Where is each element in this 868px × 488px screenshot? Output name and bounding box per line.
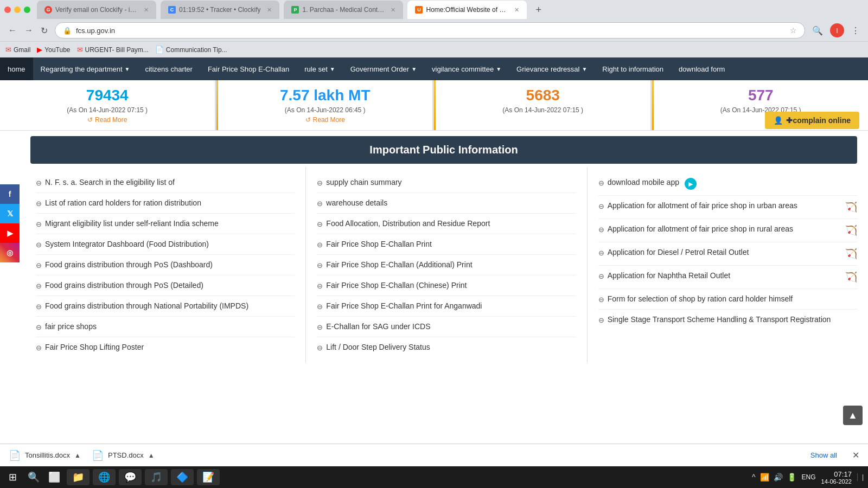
youtube-btn[interactable]: ▶: [0, 223, 20, 243]
info-item[interactable]: ⊖ supply chain summary: [317, 172, 576, 193]
extension-btn[interactable]: 🔍: [809, 24, 826, 37]
info-item[interactable]: ⊖ Food grains distribution through Natio…: [36, 296, 295, 317]
nav-download-form[interactable]: download form: [671, 57, 732, 80]
tab-parchaa[interactable]: P 1. Parchaa - Medical Content W... ✕: [284, 1, 403, 19]
clock[interactable]: 07:17 14-06-2022: [821, 470, 852, 485]
volume-icon[interactable]: 🔊: [774, 473, 783, 481]
info-item[interactable]: ⊖ Fair Price Shop E-Challan Print: [317, 234, 576, 255]
nav-echallan[interactable]: Fair Price Shop E-Challan: [200, 57, 297, 80]
bookmark-youtube[interactable]: ▶ YouTube: [37, 46, 70, 54]
close-window-btn[interactable]: [4, 7, 11, 13]
bullet-icon: ⊖: [598, 272, 604, 280]
read-more-1[interactable]: ↺ Read More: [11, 116, 204, 124]
show-all-link[interactable]: Show all: [810, 451, 837, 459]
bookmark-comm[interactable]: 📄 Communication Tip...: [155, 46, 227, 54]
info-item[interactable]: ⊖ Migrant eligibility list under self-re…: [36, 214, 295, 234]
chevron-icon[interactable]: ▲: [148, 452, 155, 459]
info-item-single-stage[interactable]: ⊖ Single Stage Transport Scheme Handling…: [598, 310, 857, 330]
taskbar-app-spotify[interactable]: 🎵: [145, 469, 168, 485]
nav-govt-order[interactable]: Government Order ▼: [343, 57, 424, 80]
complain-online-btn[interactable]: 👤 ✚complain online: [765, 112, 859, 129]
back-to-top-btn[interactable]: ▲: [843, 406, 863, 425]
new-tab-btn[interactable]: +: [531, 2, 546, 18]
info-item[interactable]: ⊖ Food grains distribution through PoS (…: [36, 255, 295, 275]
start-btn[interactable]: ⊞: [4, 469, 21, 485]
taskbar-app-chrome[interactable]: 🌐: [93, 469, 116, 485]
facebook-btn[interactable]: f: [0, 184, 20, 204]
show-desktop-btn[interactable]: |: [857, 473, 864, 481]
minimize-window-btn[interactable]: [14, 7, 21, 13]
battery-icon[interactable]: 🔋: [787, 473, 796, 481]
taskbar-app-word[interactable]: 📝: [197, 469, 220, 485]
info-item[interactable]: ⊖ Food grains distribution through PoS (…: [36, 275, 295, 296]
taskbar-app-teams[interactable]: 💬: [119, 469, 142, 485]
info-item[interactable]: ⊖ Fair Price Shop Lifting Poster: [36, 337, 295, 357]
read-more-2[interactable]: ↺ Read More: [229, 116, 422, 124]
nav-rti[interactable]: Right to information: [595, 57, 671, 80]
info-item[interactable]: ⊖ Fair Price Shop E-Challan (Chinese) Pr…: [317, 275, 576, 296]
info-item-naphtha[interactable]: ⊖ Application for Naphtha Retail Outlet …: [598, 266, 857, 289]
search-btn[interactable]: 🔍: [24, 469, 43, 485]
clock-date: 14-06-2022: [821, 478, 852, 485]
nav-citizens-charter[interactable]: citizens charter: [137, 57, 200, 80]
nav-vigilance[interactable]: vigilance committee ▼: [424, 57, 509, 80]
nav-grievance[interactable]: Grievance redressal ▼: [509, 57, 595, 80]
info-item-form-selection[interactable]: ⊖ Form for selection of shop by ration c…: [598, 289, 857, 310]
bookmark-urgent[interactable]: ✉ URGENT- Bill Paym...: [77, 46, 149, 54]
tab-clockify-tracker[interactable]: C 01:19:52 • Tracker • Clockify ✕: [161, 1, 279, 19]
info-item[interactable]: ⊖ N. F. s. a. Search in the eligibility …: [36, 172, 295, 193]
tab-close-btn[interactable]: ✕: [144, 7, 149, 14]
bullet-icon: ⊖: [36, 282, 42, 290]
nav-rule-set[interactable]: rule set ▼: [297, 57, 343, 80]
info-item-urban-allotment[interactable]: ⊖ Application for allotment of fair pric…: [598, 196, 857, 219]
download-tonsillitis[interactable]: 📄 Tonsillitis.docx ▲: [9, 450, 81, 461]
info-item-diesel-petrol[interactable]: ⊖ Application for Diesel / Petrol Retail…: [598, 242, 857, 266]
task-view-btn[interactable]: ⬜: [45, 469, 63, 485]
network-icon[interactable]: 📶: [760, 473, 769, 481]
bullet-icon: ⊖: [598, 316, 604, 324]
tab-close-btn[interactable]: ✕: [514, 7, 519, 14]
tray-chevron[interactable]: ^: [752, 473, 756, 481]
clock-time: 07:17: [821, 470, 852, 478]
info-item[interactable]: ⊖ Food Allocation, Distribution and Resi…: [317, 214, 576, 234]
tab-clockify-verify[interactable]: G Verify email on Clockify - ikshita... …: [37, 1, 156, 19]
info-item[interactable]: ⊖ Lift / Door Step Delivery Status: [317, 337, 576, 357]
info-item[interactable]: ⊖ warehouse details: [317, 193, 576, 214]
forward-btn[interactable]: →: [22, 24, 36, 36]
maximize-window-btn[interactable]: [24, 7, 30, 13]
taskbar-app-explorer[interactable]: 📁: [67, 469, 90, 485]
info-item[interactable]: ⊖ Fair Price Shop E-Challan Print for An…: [317, 296, 576, 317]
star-icon[interactable]: ☆: [790, 26, 797, 35]
downloads-close-btn[interactable]: ✕: [852, 450, 859, 460]
profile-btn[interactable]: I: [830, 23, 844, 37]
language-indicator[interactable]: ENG: [802, 473, 816, 481]
dropdown-icon: ▼: [582, 66, 587, 72]
info-item-rural-allotment[interactable]: ⊖ Application for allotment of fair pric…: [598, 219, 857, 242]
download-ptsd[interactable]: 📄 PTSD.docx ▲: [92, 450, 155, 461]
reload-btn[interactable]: ↻: [38, 24, 50, 37]
chevron-icon[interactable]: ▲: [74, 452, 81, 459]
url-bar[interactable]: 🔒 fcs.up.gov.in ☆: [55, 22, 805, 38]
bullet-icon: ⊖: [598, 179, 604, 187]
bookmark-gmail[interactable]: ✉ Gmail: [5, 46, 30, 54]
info-item[interactable]: ⊖ E-Challan for SAG under ICDS: [317, 317, 576, 337]
tab-close-btn[interactable]: ✕: [267, 7, 272, 14]
info-item[interactable]: ⊖ List of ration card holders for ration…: [36, 193, 295, 214]
nav-home[interactable]: home: [0, 57, 33, 80]
info-item[interactable]: ⊖ Fair Price Shop E-Challan (Additional)…: [317, 255, 576, 275]
info-item[interactable]: ⊖ System Integrator Dashboard (Food Dist…: [36, 234, 295, 255]
instagram-btn[interactable]: ◎: [0, 243, 20, 262]
download-label-1: Tonsillitis.docx: [25, 451, 70, 459]
tab-close-btn[interactable]: ✕: [391, 7, 395, 14]
more-btn[interactable]: ⋮: [848, 24, 863, 37]
bookmarks-bar: ✉ Gmail ▶ YouTube ✉ URGENT- Bill Paym...…: [0, 41, 868, 57]
info-item[interactable]: ⊖ fair price shops: [36, 317, 295, 337]
nav-regarding-dept[interactable]: Regarding the department ▼: [33, 57, 138, 80]
tab-fcs-up[interactable]: U Home:Official Website of Uttar P... ✕: [407, 1, 527, 19]
back-btn[interactable]: ←: [5, 24, 20, 36]
taskbar-app-edge[interactable]: 🔷: [171, 469, 194, 485]
bullet-icon: ⊖: [317, 303, 323, 311]
refresh-icon: ↺: [87, 116, 93, 124]
info-item-download-app[interactable]: ⊖ download mobile app ▶: [598, 172, 857, 196]
twitter-btn[interactable]: 𝕏: [0, 204, 20, 223]
